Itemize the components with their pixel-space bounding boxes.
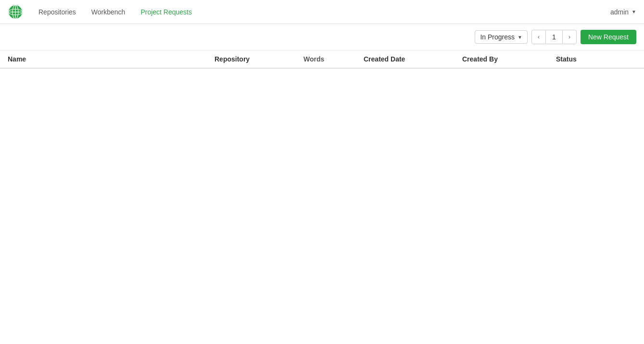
pagination: ‹ 1 › <box>531 30 577 44</box>
filter-dropdown[interactable]: In Progress ▼ <box>475 30 528 44</box>
navbar: Repositories Workbench Project Requests … <box>0 0 644 24</box>
filter-caret-icon: ▼ <box>518 35 522 40</box>
column-header-words: Words <box>303 55 364 63</box>
username-label: admin <box>610 8 629 16</box>
table-body <box>0 69 644 309</box>
new-request-button[interactable]: New Request <box>581 30 636 44</box>
column-header-created-date: Created Date <box>364 55 462 63</box>
column-header-created-by: Created By <box>462 55 556 63</box>
nav-repositories[interactable]: Repositories <box>33 5 82 19</box>
requests-table: Name Repository Words Created Date Creat… <box>0 50 644 309</box>
column-header-repository: Repository <box>215 55 303 63</box>
pagination-current-page: 1 <box>546 30 562 44</box>
toolbar: In Progress ▼ ‹ 1 › New Request <box>0 24 644 50</box>
nav-links: Repositories Workbench Project Requests <box>33 5 610 19</box>
nav-project-requests[interactable]: Project Requests <box>135 5 198 19</box>
column-header-name: Name <box>8 55 215 63</box>
column-header-status: Status <box>556 55 636 63</box>
nav-workbench[interactable]: Workbench <box>86 5 131 19</box>
table-header: Name Repository Words Created Date Creat… <box>0 50 644 69</box>
user-dropdown-arrow: ▼ <box>631 9 636 14</box>
app-logo[interactable] <box>8 4 23 20</box>
pagination-next-button[interactable]: › <box>562 30 577 44</box>
user-menu[interactable]: admin ▼ <box>610 8 636 16</box>
filter-label: In Progress <box>480 33 515 41</box>
pagination-prev-button[interactable]: ‹ <box>531 30 546 44</box>
